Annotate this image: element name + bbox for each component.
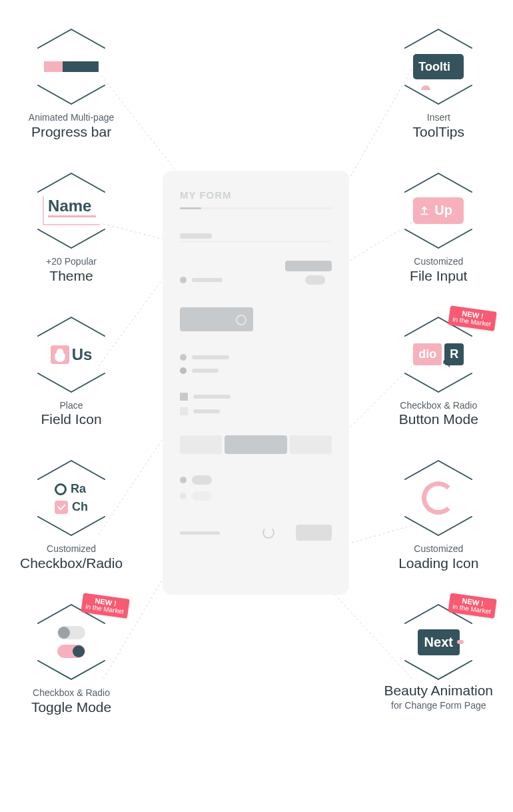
caption-big: File Input (410, 268, 467, 284)
form-submit-placeholder (296, 525, 332, 541)
feature-checkbox-radio: Ra Ch Customized Checkbox/Radio (20, 458, 123, 571)
caption-small: Checkbox & Radio (33, 687, 110, 699)
caption-small: +20 Popular (46, 256, 97, 267)
form-mockup: MY FORM (163, 171, 349, 595)
feature-loading-icon: Customized Loading Icon (398, 458, 478, 571)
feature-theme: Name +20 Popular Theme (31, 171, 111, 284)
feature-field-icon: Us Place Field Icon (31, 315, 111, 428)
caption-small: Insert (427, 112, 450, 123)
caption-big: Theme (49, 268, 93, 284)
caption-small: Customized (47, 543, 96, 555)
form-button-placeholder (180, 307, 253, 331)
feature-progress-bar: Animated Multi-page Progress bar (29, 27, 114, 140)
feature-button-mode: dioR↖ NEW !in the Market Checkbox & Radi… (398, 315, 478, 428)
spinner-icon (262, 527, 274, 539)
caption-big: Button Mode (399, 411, 478, 427)
caption-small: Place (60, 400, 83, 411)
form-progress (180, 207, 332, 209)
caption-big: Toggle Mode (31, 699, 111, 715)
caption-big: Progress bar (31, 124, 111, 140)
caption-small: for Change Form Page (391, 700, 486, 711)
caption-small: Customized (414, 543, 463, 555)
feature-toggle-mode: NEW !in the Market Checkbox & Radio Togg… (31, 602, 111, 715)
caption-big: Beauty Animation (384, 683, 493, 699)
form-title: MY FORM (180, 189, 332, 201)
caption-small: Animated Multi-page (29, 112, 114, 123)
cursor-icon: ↖ (442, 356, 452, 371)
left-column: Animated Multi-page Progress bar Name +2… (20, 27, 123, 715)
progress-bar-icon (43, 60, 100, 73)
caption-big: Checkbox/Radio (20, 555, 123, 571)
caption-big: ToolTips (413, 124, 464, 140)
caption-small: Checkbox & Radio (400, 400, 477, 411)
caption-big: Field Icon (41, 411, 102, 427)
feature-beauty-animation: Next NEW !in the Market Beauty Animation… (384, 602, 493, 711)
next-button-icon: Next (418, 629, 460, 655)
right-column: Toolti Insert ToolTips Up Customized Fil… (384, 27, 493, 711)
caption-small: Customized (414, 256, 463, 267)
feature-file-input: Up Customized File Input (398, 171, 478, 284)
button-mode-icon: dioR↖ (413, 343, 464, 365)
feature-tooltips: Toolti Insert ToolTips (398, 27, 478, 140)
tooltip-icon: Toolti (413, 54, 464, 79)
caption-big: Loading Icon (398, 555, 478, 571)
